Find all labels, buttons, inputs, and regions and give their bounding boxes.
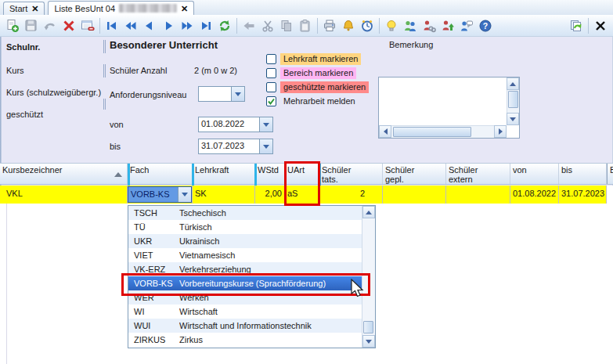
- bemerkung-vscrollbar[interactable]: [507, 77, 519, 125]
- column-header-fach[interactable]: Fach: [128, 164, 193, 184]
- hint-bulb-icon[interactable]: [382, 16, 401, 35]
- column-header-schueler-extern[interactable]: Schüler extern: [446, 164, 510, 184]
- column-header-schueler-tats[interactable]: Schüler tats.: [319, 164, 383, 184]
- checkbox-row-mehrarbeit-melden[interactable]: Mehrarbeit melden: [266, 96, 359, 107]
- cell-von[interactable]: 01.08.2022: [510, 186, 559, 204]
- label-schueler-anzahl: Schüler Anzahl: [110, 66, 167, 75]
- group-separator: [103, 99, 106, 110]
- cut-icon[interactable]: [258, 16, 277, 35]
- von-date-select[interactable]: 01.08.2022: [198, 117, 273, 132]
- checkbox-checked[interactable]: [266, 96, 276, 106]
- cell-bis[interactable]: 31.07.2023: [559, 186, 607, 204]
- scroll-right-button[interactable]: [494, 125, 507, 138]
- notification-bell-icon[interactable]: [339, 16, 358, 35]
- vscroll-thumb[interactable]: [508, 91, 518, 108]
- checkbox-unchecked[interactable]: [266, 54, 276, 64]
- paste-icon[interactable]: [296, 16, 315, 35]
- tab-start-close-icon[interactable]: ✕: [31, 5, 38, 13]
- bemerkung-hscrollbar[interactable]: [379, 125, 507, 138]
- arrow-up-icon: [510, 82, 516, 86]
- remove-form-icon[interactable]: [78, 16, 97, 35]
- dropdown-button[interactable]: [259, 139, 272, 153]
- checkbox-row-geschuetzte-markieren[interactable]: geschützte markieren: [266, 81, 369, 93]
- cell-schueler-extern[interactable]: [446, 186, 510, 204]
- scroll-up-button[interactable]: [362, 206, 375, 218]
- dropdown-item[interactable]: WUIWirtschaft und Informationstechnik: [128, 319, 362, 333]
- table-row[interactable]: VKL VORB-KS SK 2,00 aS 2 01.08.2022 31.0…: [0, 186, 613, 204]
- nav-prev-icon[interactable]: [140, 16, 159, 35]
- dropdown-item[interactable]: VK-ERZVerkehrserziehung: [128, 262, 362, 276]
- scroll-down-button[interactable]: [362, 335, 375, 348]
- close-window-icon[interactable]: [591, 16, 610, 35]
- dropdown-button[interactable]: [259, 117, 272, 132]
- nav-fast-prev-icon[interactable]: [121, 16, 140, 35]
- dropdown-item[interactable]: UKRUkrainisch: [128, 234, 362, 248]
- column-header-uart[interactable]: UArt: [285, 164, 319, 184]
- help-icon[interactable]: ?: [476, 16, 495, 35]
- student-comment-icon[interactable]: [457, 16, 476, 35]
- cell-schueler-gepl[interactable]: [383, 186, 446, 204]
- refresh-icon[interactable]: [215, 16, 234, 35]
- copy-icon[interactable]: [277, 16, 296, 35]
- label-geschuetzt: geschützt: [6, 110, 43, 119]
- checkbox-unchecked[interactable]: [266, 82, 276, 92]
- undo-icon[interactable]: [41, 16, 59, 35]
- nav-fast-next-icon[interactable]: [178, 16, 197, 35]
- checkbox-unchecked[interactable]: [266, 68, 276, 78]
- bis-date-select[interactable]: 31.07.2023: [198, 139, 273, 154]
- alarm-clock-icon[interactable]: [358, 16, 377, 35]
- checkbox-label: geschützte markieren: [280, 81, 369, 93]
- scroll-left-button[interactable]: [379, 125, 391, 138]
- cell-fach[interactable]: VORB-KS: [128, 186, 193, 204]
- students-link-icon[interactable]: [420, 16, 438, 35]
- dropdown-scroll-thumb[interactable]: [363, 321, 373, 333]
- anforderungsniveau-select[interactable]: [198, 86, 245, 102]
- delete-icon[interactable]: [59, 16, 78, 35]
- nav-first-icon[interactable]: [103, 16, 121, 35]
- column-header-von[interactable]: von: [510, 164, 559, 184]
- checkbox-label: Bereich markieren: [280, 67, 356, 79]
- tab-liste-besunt[interactable]: Liste BesUnt 04 ✕: [48, 1, 194, 15]
- column-header-lehrkraft[interactable]: Lehrkraft: [193, 164, 255, 184]
- dropdown-item[interactable]: TSCHTschechisch: [128, 206, 362, 220]
- dropdown-item[interactable]: TÜTürkisch: [128, 220, 362, 234]
- dropdown-item-selected[interactable]: VORB-KSVorbereitungskurse (Sprachförderu…: [128, 276, 362, 290]
- nav-last-icon[interactable]: [197, 16, 215, 35]
- students-icon[interactable]: [401, 16, 420, 35]
- bemerkung-textarea[interactable]: [378, 77, 520, 139]
- dropdown-item[interactable]: VIETVietnamesisch: [128, 248, 362, 262]
- column-header-bis[interactable]: bis: [559, 164, 607, 184]
- dropdown-button[interactable]: [231, 87, 244, 101]
- toolbar-separator: [379, 18, 380, 34]
- cell-kursbezeichner[interactable]: VKL: [0, 186, 128, 204]
- fach-combobox[interactable]: VORB-KS: [128, 186, 192, 203]
- hscroll-thumb[interactable]: [393, 127, 471, 137]
- tab-liste-close-icon[interactable]: ✕: [181, 5, 188, 13]
- dropdown-item[interactable]: WIWirtschaft: [128, 305, 362, 319]
- dropdown-scrollbar[interactable]: [362, 206, 375, 348]
- column-header-overflow[interactable]: B: [607, 164, 613, 184]
- cell-lehrkraft[interactable]: SK: [193, 186, 255, 204]
- scroll-down-button[interactable]: [507, 113, 519, 125]
- students-move-icon[interactable]: [438, 16, 457, 35]
- reload-view-icon[interactable]: [567, 16, 586, 35]
- print-icon[interactable]: [320, 16, 339, 35]
- tab-start[interactable]: Start ✕: [3, 2, 45, 15]
- checkbox-row-lehrkraft-markieren[interactable]: Lehrkraft markieren: [266, 53, 361, 65]
- column-header-schueler-gepl[interactable]: Schüler gepl.: [383, 164, 446, 184]
- column-header-kursbezeichner[interactable]: Kursbezeichner: [0, 164, 128, 184]
- dropdown-item[interactable]: WERWerken: [128, 290, 362, 305]
- cell-uart[interactable]: aS: [285, 186, 319, 204]
- checkbox-row-bereich-markieren[interactable]: Bereich markieren: [266, 67, 356, 79]
- back-icon[interactable]: [240, 16, 258, 35]
- cell-schueler-tats[interactable]: 2: [319, 186, 383, 204]
- nav-next-icon[interactable]: [159, 16, 178, 35]
- save-icon[interactable]: [22, 16, 41, 35]
- dropdown-button[interactable]: [178, 187, 191, 202]
- cell-wstd[interactable]: 2,00: [255, 186, 285, 204]
- column-header-wstd[interactable]: WStd: [255, 164, 285, 184]
- dropdown-item[interactable]: ZIRKUSZirkus: [128, 333, 362, 347]
- arrow-down-icon: [366, 340, 372, 344]
- new-record-icon[interactable]: [3, 16, 22, 35]
- scroll-up-button[interactable]: [507, 77, 519, 90]
